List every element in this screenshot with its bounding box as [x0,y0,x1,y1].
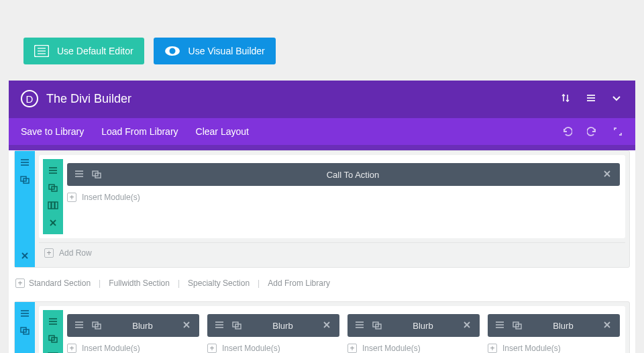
module-close-icon[interactable] [462,320,473,331]
row-copy-icon[interactable] [43,181,63,195]
insert-module-button[interactable]: +Insert Module(s) [207,344,339,353]
row-rail [43,159,63,234]
row-close-icon[interactable] [43,215,63,230]
undo-icon[interactable] [561,126,572,137]
plus-icon: + [44,248,54,258]
section-rail [15,302,35,353]
plus-icon: + [207,344,217,353]
expand-icon[interactable] [612,126,623,137]
save-to-library-link[interactable]: Save to Library [21,126,84,137]
use-visual-builder-label: Use Visual Builder [189,46,265,56]
plus-icon: + [67,344,76,353]
insert-module-button[interactable]: + Insert Module(s) [67,193,620,202]
module-menu-icon[interactable] [74,321,86,330]
module-close-icon[interactable] [322,320,333,331]
module-label: Call To Action [109,170,597,180]
module-menu-icon[interactable] [74,170,86,179]
module-close-icon[interactable] [602,320,613,331]
divi-builder-panel: D The Divi Builder Save to Library Load … [9,81,635,353]
section-copy-icon[interactable] [15,172,35,187]
panel-title: The Divi Builder [46,92,560,106]
add-from-library-link[interactable]: Add From Library [268,279,330,288]
plus-icon: + [488,344,497,353]
hamburger-icon[interactable] [586,93,598,105]
row-copy-icon[interactable] [43,332,63,346]
fullwidth-section-link[interactable]: Fullwidth Section [109,279,170,288]
chevron-down-icon[interactable] [611,93,623,105]
divi-logo-icon: D [21,90,38,107]
module-menu-icon[interactable] [214,321,226,330]
row-menu-icon[interactable] [43,314,63,329]
module[interactable]: Blurb [207,314,339,337]
row-menu-icon[interactable] [43,163,63,178]
module-menu-icon[interactable] [354,321,366,330]
use-default-editor-label: Use Default Editor [57,46,133,56]
module[interactable]: Blurb [488,314,620,337]
add-row-label: Add Row [59,248,92,258]
section-rail [15,151,35,267]
load-from-library-link[interactable]: Load From Library [101,126,178,137]
module-copy-icon[interactable] [372,321,384,330]
module-copy-icon[interactable] [512,321,524,330]
module-copy-icon[interactable] [231,321,244,330]
module-label: Blurb [249,321,317,331]
insert-module-button[interactable]: +Insert Module(s) [67,344,199,353]
standard-section-link[interactable]: Standard Section [29,279,91,288]
svg-rect-22 [52,202,54,209]
module[interactable]: Blurb [67,314,199,337]
module-menu-icon[interactable] [494,321,506,330]
module[interactable]: Blurb [347,314,480,337]
row-rail [43,310,63,353]
module[interactable]: Call To Action [67,163,620,186]
section-menu-icon[interactable] [15,306,35,321]
plus-icon: + [67,193,76,202]
use-default-editor-button[interactable]: Use Default Editor [23,38,144,64]
section: Blurb +Insert Module(s) [14,301,630,353]
add-section-strip: + Standard Section | Fullwidth Section |… [9,273,635,296]
svg-rect-21 [48,202,51,209]
module-label: Blurb [109,321,176,331]
row-columns-icon[interactable] [43,198,63,213]
module-copy-icon[interactable] [91,321,103,330]
eye-icon [164,45,180,57]
section: Call To Action + Insert Module(s) [14,150,630,268]
plus-icon: + [347,344,357,353]
module-close-icon[interactable] [602,169,613,180]
clear-layout-link[interactable]: Clear Layout [196,126,249,137]
module-label: Blurb [389,321,457,331]
sort-icon[interactable] [560,93,572,105]
use-visual-builder-button[interactable]: Use Visual Builder [154,38,276,64]
module-close-icon[interactable] [182,320,193,331]
module-copy-icon[interactable] [91,170,103,179]
section-close-icon[interactable] [15,248,35,263]
module-label: Blurb [529,321,597,331]
plus-icon: + [15,279,25,288]
editor-icon [34,45,49,57]
section-menu-icon[interactable] [15,155,35,170]
row-columns-icon[interactable] [43,349,63,353]
redo-icon[interactable] [587,126,598,137]
insert-module-button[interactable]: +Insert Module(s) [347,344,480,353]
insert-module-button[interactable]: +Insert Module(s) [488,344,620,353]
svg-rect-23 [55,202,58,209]
add-row-button[interactable]: + Add Row [39,242,625,263]
insert-module-label: Insert Module(s) [82,193,140,202]
svg-point-5 [169,48,175,54]
section-copy-icon[interactable] [15,323,35,338]
specialty-section-link[interactable]: Specialty Section [188,279,250,288]
